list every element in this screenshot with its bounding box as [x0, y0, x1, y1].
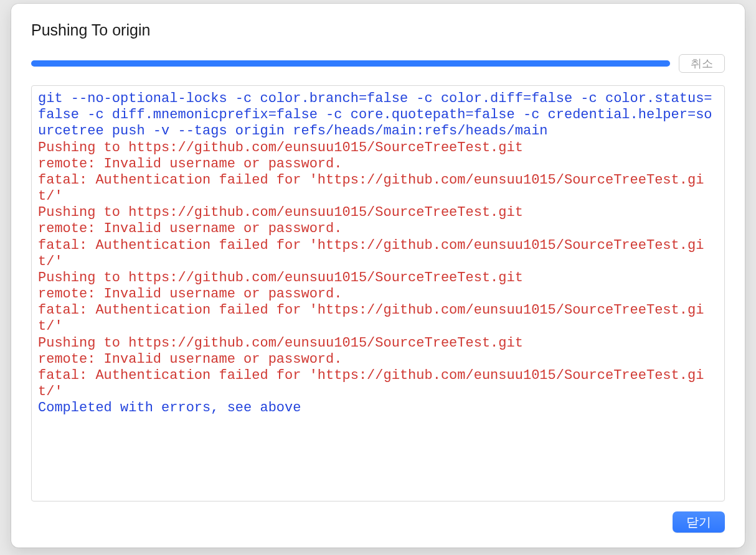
log-error-line: Pushing to https://github.com/eunsuu1015… — [38, 335, 523, 351]
output-log[interactable]: git --no-optional-locks -c color.branch=… — [31, 85, 725, 501]
progress-bar — [31, 60, 670, 67]
progress-row: 취소 — [31, 54, 725, 73]
dialog-footer: 닫기 — [31, 511, 725, 533]
log-error-line: Pushing to https://github.com/eunsuu1015… — [38, 205, 523, 220]
log-error-line: fatal: Authentication failed for 'https:… — [38, 302, 704, 334]
log-error-line: remote: Invalid username or password. — [38, 221, 342, 236]
dialog-title: Pushing To origin — [31, 21, 725, 39]
log-error-line: Pushing to https://github.com/eunsuu1015… — [38, 140, 523, 156]
log-completion: Completed with errors, see above — [38, 400, 301, 416]
log-error-line: Pushing to https://github.com/eunsuu1015… — [38, 270, 523, 286]
close-button[interactable]: 닫기 — [673, 511, 725, 533]
log-error-line: fatal: Authentication failed for 'https:… — [38, 172, 704, 204]
cancel-button[interactable]: 취소 — [679, 54, 725, 73]
log-error-line: fatal: Authentication failed for 'https:… — [38, 368, 704, 399]
log-error-line: remote: Invalid username or password. — [38, 156, 342, 172]
push-dialog: Pushing To origin 취소 git --no-optional-l… — [11, 4, 745, 548]
log-error-line: fatal: Authentication failed for 'https:… — [38, 238, 704, 269]
log-error-line: remote: Invalid username or password. — [38, 286, 342, 302]
log-error-line: remote: Invalid username or password. — [38, 352, 342, 367]
log-command: git --no-optional-locks -c color.branch=… — [38, 91, 712, 139]
